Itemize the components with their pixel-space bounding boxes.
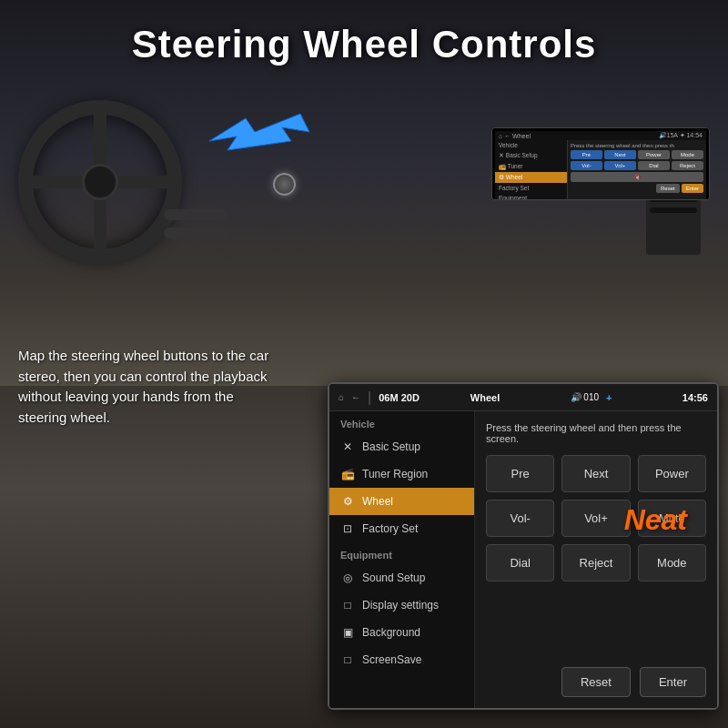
- mini-btn-volup: Vol+: [604, 161, 636, 170]
- mini-instruction: Press the steering wheel and then press …: [571, 143, 703, 148]
- vehicle-group-label: Vehicle: [329, 411, 474, 433]
- ctrl-btn-volup[interactable]: Vol+: [561, 500, 630, 537]
- stereo-controls-mini: Press the steering wheel and then press …: [568, 140, 706, 200]
- page-title: Steering Wheel Controls: [132, 23, 597, 66]
- route-label: 06M 20D: [379, 392, 420, 403]
- volume-label: 🔊 010: [571, 392, 599, 402]
- column-stalks: [164, 209, 228, 238]
- wheel-rim: [18, 100, 182, 264]
- screensave-icon: □: [340, 653, 355, 666]
- interface-menu: Vehicle ✕ Basic Setup 📻 Tuner Region ⚙ W…: [329, 411, 475, 708]
- basic-setup-label: Basic Setup: [362, 440, 420, 453]
- mini-menu-basic: ✕ Basic Setup: [495, 150, 567, 161]
- mini-btn-row-2: Vol- Vol+ Dial Reject: [571, 161, 703, 170]
- interface-status-bar: ⌂ ← | 06M 20D Wheel 🔊 010 + 14:56: [329, 384, 717, 411]
- ctrl-btn-mode[interactable]: Mode: [638, 544, 706, 581]
- bottom-action-buttons: Reset Enter: [486, 667, 706, 697]
- interface-body: Vehicle ✕ Basic Setup 📻 Tuner Region ⚙ W…: [329, 411, 717, 708]
- mini-enter-btn: Enter: [682, 184, 703, 193]
- steering-wheel: [18, 100, 200, 282]
- left-stalk: [164, 209, 228, 220]
- reset-button[interactable]: Reset: [561, 667, 631, 697]
- bluetooth-icon: +: [606, 392, 612, 403]
- stereo-unit-mini: ⌂ ← Wheel 🔊15A ✦ 14:54 Vehicle ✕ Basic S…: [491, 127, 710, 200]
- mini-menu-factory: Factory Set: [495, 183, 567, 193]
- menu-item-sound-setup[interactable]: ◎ Sound Setup: [329, 564, 474, 592]
- mini-menu-vehicle: Vehicle: [495, 140, 567, 150]
- page-title-container: Steering Wheel Controls: [132, 23, 597, 66]
- menu-item-tuner-region[interactable]: 📻 Tuner Region: [329, 460, 474, 488]
- mini-btn-dial: Dial: [638, 161, 670, 170]
- menu-item-wheel[interactable]: ⚙ Wheel: [329, 488, 474, 515]
- menu-item-factory-set[interactable]: ⊡ Factory Set: [329, 515, 474, 542]
- description-text: Map the steering wheel buttons to the ca…: [18, 346, 273, 428]
- tuner-region-icon: 📻: [340, 468, 355, 480]
- display-settings-label: Display settings: [362, 599, 439, 612]
- mini-action-btns: Reset Enter: [571, 184, 703, 193]
- menu-item-basic-setup[interactable]: ✕ Basic Setup: [329, 433, 474, 460]
- stereo-menu-mini: Vehicle ✕ Basic Setup 📻 Tuner ⚙ Wheel Fa…: [495, 140, 568, 200]
- ctrl-btn-next[interactable]: Next: [561, 455, 630, 492]
- equipment-group-label: Equipment: [329, 542, 474, 564]
- mini-status-right: 🔊15A ✦ 14:54: [659, 132, 703, 139]
- mini-status-left: ⌂ ← Wheel: [499, 133, 531, 139]
- background-label: Background: [362, 626, 420, 639]
- menu-item-screensave[interactable]: □ ScreenSave: [329, 646, 474, 673]
- vent-slot: [650, 207, 697, 213]
- mini-btn-power: Power: [638, 150, 670, 159]
- mini-menu-equipment: Equipment: [495, 193, 567, 200]
- blue-arrow-indicator: [209, 109, 318, 155]
- basic-setup-icon: ✕: [340, 440, 355, 453]
- neat-label: Neat: [624, 503, 687, 536]
- time-label: 14:56: [682, 392, 708, 403]
- mini-btn-pre: Pre: [571, 150, 602, 159]
- display-settings-icon: □: [340, 599, 355, 612]
- mini-btn-next: Next: [604, 150, 636, 159]
- mini-menu-tuner: 📻 Tuner: [495, 161, 567, 172]
- screen-label: Wheel: [470, 392, 500, 403]
- wheel-icon: ⚙: [340, 495, 355, 508]
- tuner-region-label: Tuner Region: [362, 468, 428, 480]
- back-icon[interactable]: ←: [351, 392, 360, 402]
- ctrl-btn-dial[interactable]: Dial: [486, 544, 554, 581]
- factory-set-label: Factory Set: [362, 522, 418, 535]
- stereo-screen-mini: ⌂ ← Wheel 🔊15A ✦ 14:54 Vehicle ✕ Basic S…: [492, 128, 709, 200]
- sound-setup-icon: ◎: [340, 571, 355, 584]
- ctrl-btn-reject[interactable]: Reject: [561, 544, 630, 581]
- stereo-main-content-mini: Vehicle ✕ Basic Setup 📻 Tuner ⚙ Wheel Fa…: [495, 140, 706, 200]
- wheel-hub: [82, 164, 118, 200]
- mini-btn-reject: Reject: [672, 161, 703, 170]
- home-icon[interactable]: ⌂: [339, 392, 344, 402]
- menu-item-background[interactable]: ▣ Background: [329, 619, 474, 646]
- mini-btn-row-1: Pre Next Power Mode: [571, 150, 703, 159]
- background-icon: ▣: [340, 626, 355, 639]
- stereo-status-bar-mini: ⌂ ← Wheel 🔊15A ✦ 14:54: [495, 131, 706, 140]
- factory-set-icon: ⊡: [340, 522, 355, 535]
- main-stereo-interface: ⌂ ← | 06M 20D Wheel 🔊 010 + 14:56 Vehicl…: [328, 382, 719, 710]
- mini-menu-wheel: ⚙ Wheel: [495, 172, 567, 183]
- neat-badge: Neat: [624, 503, 687, 537]
- ctrl-btn-voldown[interactable]: Vol-: [486, 500, 554, 537]
- content-instruction: Press the steering wheel and then press …: [486, 422, 706, 444]
- ctrl-btn-pre[interactable]: Pre: [486, 455, 554, 492]
- mini-btn-row-3: 🔇: [571, 172, 703, 182]
- enter-button[interactable]: Enter: [640, 667, 706, 697]
- interface-content: Press the steering wheel and then press …: [475, 411, 717, 708]
- right-stalk: [164, 228, 228, 238]
- mini-btn-mode: Mode: [672, 150, 703, 159]
- mini-btn-mute: 🔇: [571, 172, 703, 182]
- swc-button: [273, 173, 296, 196]
- mini-reset-btn: Reset: [656, 184, 680, 193]
- menu-item-display-settings[interactable]: □ Display settings: [329, 592, 474, 619]
- mini-btn-voldown: Vol-: [571, 161, 602, 170]
- wheel-label: Wheel: [362, 495, 393, 508]
- screensave-label: ScreenSave: [362, 653, 421, 666]
- ctrl-btn-power[interactable]: Power: [638, 455, 706, 492]
- sound-setup-label: Sound Setup: [362, 571, 425, 584]
